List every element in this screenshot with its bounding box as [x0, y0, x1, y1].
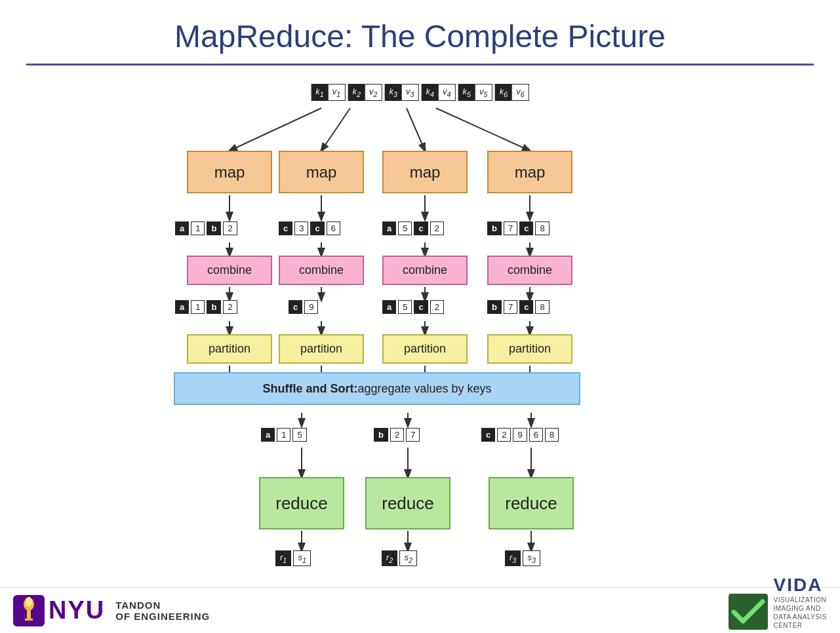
svg-line-3 — [436, 108, 530, 151]
k5: k5 — [458, 84, 476, 101]
v1: v1 — [329, 84, 346, 101]
k6: k6 — [495, 84, 513, 101]
title-divider — [26, 64, 814, 66]
combine-box-1: combine — [187, 256, 272, 285]
reduce-out-2: r2 s2 — [382, 550, 417, 566]
combine-box-3: combine — [382, 256, 468, 285]
shuffle-group-a: a 1 5 — [261, 428, 307, 442]
kv-pair-4: k4 v4 — [422, 84, 456, 101]
reduce-box-3: reduce — [489, 477, 574, 529]
kv-pair-6: k6 v6 — [495, 84, 529, 101]
svg-point-37 — [26, 597, 32, 606]
vida-subtitle: VISUALIZATION IMAGING AND DATA ANALYSIS … — [773, 596, 827, 630]
k4: k4 — [422, 84, 439, 101]
map-out-3: a 5 c 2 — [382, 221, 444, 235]
v4: v4 — [439, 84, 456, 101]
footer: NYU TANDON OF ENGINEERING VIDA VISUALIZA… — [0, 587, 840, 633]
vida-logo: VIDA VISUALIZATION IMAGING AND DATA ANAL… — [729, 575, 827, 630]
svg-line-0 — [230, 108, 321, 151]
vida-text-block: VIDA VISUALIZATION IMAGING AND DATA ANAL… — [773, 575, 827, 630]
vida-wordmark: VIDA — [773, 575, 827, 596]
reduce-out-1: r1 s1 — [275, 550, 311, 566]
v2: v2 — [365, 84, 382, 101]
reduce-box-2: reduce — [365, 477, 450, 529]
svg-rect-35 — [27, 609, 31, 620]
tandon-line2: OF ENGINEERING — [115, 611, 210, 622]
kv-pair-2: k2 v2 — [348, 84, 382, 101]
k2: k2 — [348, 84, 365, 101]
svg-rect-36 — [25, 619, 33, 621]
kv-pair-1: k1 v1 — [311, 84, 345, 101]
nyu-torch-icon — [13, 595, 45, 626]
diagram: k1 v1 k2 v2 k3 v3 k4 v4 k5 v5 k6 v6 map — [0, 72, 840, 609]
combine-out-2: c 9 — [289, 300, 318, 314]
v5: v5 — [475, 84, 492, 101]
map-out-1: a 1 b 2 — [175, 221, 237, 235]
partition-box-3: partition — [382, 334, 468, 364]
reduce-out-3: r3 s3 — [505, 550, 540, 566]
k3: k3 — [384, 84, 402, 101]
tandon-info: TANDON OF ENGINEERING — [115, 600, 210, 622]
nyu-logo: NYU — [13, 595, 105, 626]
k1: k1 — [311, 84, 329, 101]
combine-box-2: combine — [279, 256, 364, 285]
v3: v3 — [402, 84, 419, 101]
nyu-wordmark: NYU — [49, 596, 105, 624]
partition-box-2: partition — [279, 334, 364, 364]
map-box-1: map — [187, 151, 272, 193]
map-box-4: map — [487, 151, 572, 193]
svg-line-2 — [407, 108, 425, 151]
combine-out-3: a 5 c 2 — [382, 300, 444, 314]
vida-checkmark-icon — [729, 594, 768, 630]
kv-pair-5: k5 v5 — [458, 84, 492, 101]
shuffle-bar: Shuffle and Sort: aggregate values by ke… — [174, 372, 580, 405]
kv-pair-3: k3 v3 — [384, 84, 418, 101]
map-out-2: c 3 c 6 — [279, 221, 340, 235]
shuffle-group-c: c 2 9 6 8 — [481, 428, 559, 442]
v6: v6 — [512, 84, 529, 101]
combine-box-4: combine — [487, 256, 572, 285]
partition-box-4: partition — [487, 334, 572, 364]
partition-box-1: partition — [187, 334, 272, 364]
map-box-2: map — [279, 151, 364, 193]
reduce-box-1: reduce — [259, 477, 344, 529]
input-row: k1 v1 k2 v2 k3 v3 k4 v4 k5 v5 k6 v6 — [311, 84, 529, 101]
tandon-line1: TANDON — [115, 600, 210, 611]
map-box-3: map — [382, 151, 468, 193]
map-out-4: b 7 c 8 — [487, 221, 550, 235]
shuffle-group-b: b 2 7 — [374, 428, 420, 442]
title-area: MapReduce: The Complete Picture — [0, 0, 840, 64]
combine-out-4: b 7 c 8 — [487, 300, 550, 314]
svg-line-1 — [321, 108, 350, 151]
combine-out-1: a 1 b 2 — [175, 300, 237, 314]
page-title: MapReduce: The Complete Picture — [0, 18, 840, 54]
